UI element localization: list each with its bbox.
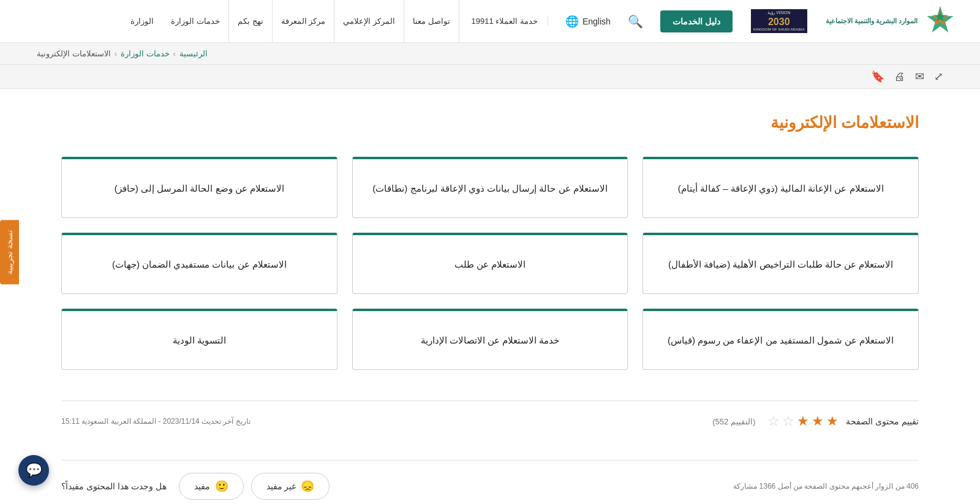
card-qiyas-exemption[interactable]: الاستعلام عن شمول المستفيد من الإعفاء من…: [643, 309, 919, 370]
visitors-text: 406 من الزوار أعجبهم محتوى الصفحة من أصل…: [733, 482, 919, 491]
nav-menu: تواصل معنا المركز الإعلامي مركز المعرفة …: [24, 0, 459, 43]
rating-label: تقييم محتوى الصفحة: [846, 416, 919, 426]
card-text-2: الاستعلام عن وضع الحالة المرسل إلى (حافز…: [115, 181, 284, 197]
print-icon[interactable]: 🖨: [894, 70, 905, 83]
not-useful-label: غير مفيد: [266, 481, 296, 491]
card-disability-data[interactable]: الاستعلام عن حالة إرسال بيانات ذوي الإعا…: [352, 157, 628, 218]
feedback-right: 😞 غير مفيد 🙂 مفيد هل وجدت هذا المحتوى مف…: [61, 473, 330, 500]
card-text-0: الاستعلام عن الإعانة المالية (ذوي الإعاق…: [678, 181, 884, 197]
breadcrumb-sep-2: ›: [115, 49, 117, 58]
chat-button[interactable]: 💬: [18, 455, 49, 486]
feedback-buttons: 😞 غير مفيد 🙂 مفيد: [179, 473, 330, 500]
rating-section: تقييم محتوى الصفحة ☆ ☆ ★ ★ ★ (التقييم 55…: [61, 401, 919, 442]
not-useful-button[interactable]: 😞 غير مفيد: [251, 473, 330, 500]
useful-label: مفيد: [194, 481, 210, 491]
ministry-name: الموارد البشرية والتنمية الاجتماعية: [826, 17, 918, 26]
nav-item-tawasul[interactable]: تواصل معنا: [404, 0, 459, 43]
rating-count: (التقييم 552): [712, 417, 755, 426]
search-icon[interactable]: 🔍: [628, 14, 643, 29]
bookmark-icon[interactable]: 🔖: [871, 70, 884, 83]
card-settlement[interactable]: التسوية الودية: [61, 309, 337, 370]
nav-item-nahj[interactable]: نهج بكم: [229, 0, 273, 43]
card-request-status[interactable]: الاستعلام عن طلب: [352, 233, 628, 294]
main-content: الاستعلامات الإلكترونية الاستعلام عن الإ…: [0, 89, 980, 504]
card-beneficiary-data[interactable]: الاستعلام عن بيانات مستفيدي الضمان (جهات…: [61, 233, 337, 294]
card-text-3: الاستعلام عن حالة طلبات التراخيص الأهلية…: [668, 257, 893, 273]
star-1[interactable]: ★: [826, 413, 839, 429]
breadcrumb: الرئيسية › خدمات الوزارة › الاستعلامات ا…: [0, 43, 980, 65]
email-icon[interactable]: ✉: [915, 70, 924, 83]
share-icon[interactable]: ⤢: [934, 70, 943, 83]
breadcrumb-sep-1: ›: [173, 49, 176, 58]
vision-logo: VISION رؤية 2030 KINGDOM OF SAUDI ARABIA: [751, 9, 807, 33]
logo-area: الموارد البشرية والتنمية الاجتماعية: [826, 5, 956, 38]
useful-button[interactable]: 🙂 مفيد: [179, 473, 244, 500]
feedback-question: هل وجدت هذا المحتوى مفيداً؟: [61, 481, 167, 491]
card-text-5: الاستعلام عن بيانات مستفيدي الضمان (جهات…: [112, 257, 287, 273]
card-financial-aid[interactable]: الاستعلام عن الإعانة المالية (ذوي الإعاق…: [643, 157, 919, 218]
nav-item-ministry[interactable]: الوزارة: [122, 0, 162, 43]
language-label: English: [582, 17, 611, 26]
cards-grid: الاستعلام عن الإعانة المالية (ذوي الإعاق…: [61, 157, 919, 370]
side-tab-beta[interactable]: نسخة تجريبية: [0, 220, 19, 284]
card-hafez-status[interactable]: الاستعلام عن وضع الحالة المرسل إلى (حافز…: [61, 157, 337, 218]
breadcrumb-ministry-services[interactable]: خدمات الوزارة: [121, 49, 170, 58]
breadcrumb-current: الاستعلامات الإلكترونية: [37, 49, 111, 58]
card-text-4: الاستعلام عن طلب: [454, 257, 526, 273]
rating-stars[interactable]: ☆ ☆ ★ ★ ★: [767, 413, 839, 429]
star-5[interactable]: ☆: [767, 413, 780, 429]
update-date: تاريخ آخر تحديث 2023/11/14 - المملكة الع…: [61, 417, 251, 426]
feedback-section: 406 من الزوار أعجبهم محتوى الصفحة من أصل…: [61, 460, 919, 504]
language-selector[interactable]: English 🌐: [565, 15, 611, 28]
nav-item-media[interactable]: المركز الإعلامي: [334, 0, 404, 43]
star-3[interactable]: ★: [797, 413, 809, 429]
globe-icon: 🌐: [565, 15, 579, 28]
header: الموارد البشرية والتنمية الاجتماعية VISI…: [0, 0, 980, 43]
star-2[interactable]: ★: [812, 413, 824, 429]
services-button[interactable]: دليل الخدمات: [660, 10, 733, 32]
ministry-logo: [925, 5, 956, 38]
rating-right: تقييم محتوى الصفحة ☆ ☆ ★ ★ ★ (التقييم 55…: [712, 413, 919, 429]
nav-item-knowledge[interactable]: مركز المعرفة: [273, 0, 335, 43]
card-admin-comm[interactable]: خدمة الاستعلام عن الاتصالات الإدارية: [352, 309, 628, 370]
star-4[interactable]: ☆: [782, 413, 794, 429]
toolbar: ⤢ ✉ 🖨 🔖: [0, 65, 980, 89]
card-text-8: التسوية الودية: [173, 333, 226, 348]
useful-icon: 🙂: [215, 480, 228, 493]
card-children-license[interactable]: الاستعلام عن حالة طلبات التراخيص الأهلية…: [643, 233, 919, 294]
nav-item-ministry-services[interactable]: خدمات الوزارة: [162, 0, 229, 43]
customer-service: خدمة العملاء 19911: [472, 17, 548, 26]
not-useful-icon: 😞: [301, 480, 314, 493]
card-text-6: الاستعلام عن شمول المستفيد من الإعفاء من…: [668, 333, 894, 348]
breadcrumb-home[interactable]: الرئيسية: [179, 49, 208, 58]
card-text-1: الاستعلام عن حالة إرسال بيانات ذوي الإعا…: [372, 181, 607, 197]
page-title: الاستعلامات الإلكترونية: [61, 113, 919, 132]
vision-text: VISION رؤية 2030 KINGDOM OF SAUDI ARABIA: [751, 9, 807, 33]
card-text-7: خدمة الاستعلام عن الاتصالات الإدارية: [421, 333, 560, 348]
